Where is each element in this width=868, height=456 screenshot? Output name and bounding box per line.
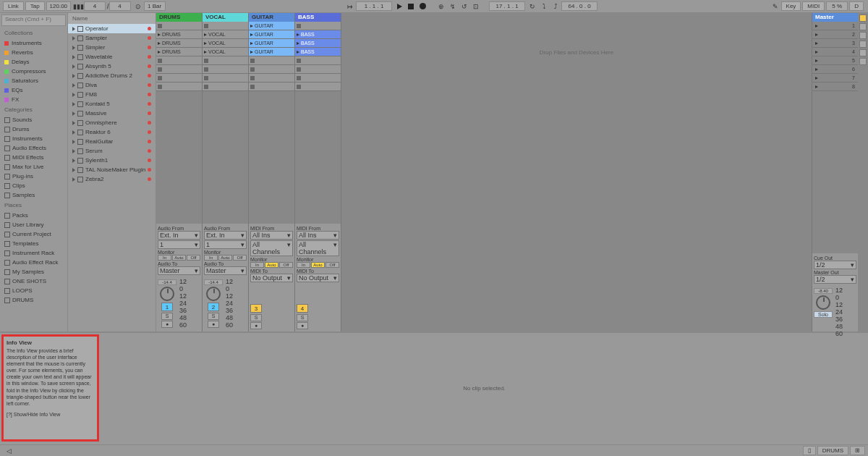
monitor-in[interactable]: In bbox=[297, 262, 310, 268]
midi-button[interactable]: MIDI bbox=[802, 1, 825, 11]
master-db[interactable]: -8.40 bbox=[814, 288, 833, 294]
monitor-in[interactable]: In bbox=[158, 255, 171, 261]
master-out-select[interactable]: 1/2▾ bbox=[814, 275, 856, 284]
disk-button[interactable]: D bbox=[849, 1, 864, 11]
device-toggle[interactable]: ⊞ bbox=[850, 446, 865, 455]
track-activator[interactable]: 3 bbox=[250, 304, 262, 313]
audio-from-select[interactable]: Ext. In▾ bbox=[204, 231, 247, 240]
clip-slot[interactable]: DRUMS bbox=[156, 30, 202, 39]
cue-out-select[interactable]: 1/2▾ bbox=[814, 261, 856, 269]
capture-icon[interactable]: ⊡ bbox=[471, 1, 481, 12]
track-activator[interactable]: 1 bbox=[161, 303, 173, 311]
track-activator[interactable]: 2 bbox=[208, 303, 219, 311]
device-item[interactable]: Wavetable bbox=[68, 52, 156, 62]
arm-button[interactable]: ● bbox=[208, 321, 219, 328]
category-item[interactable]: Max for Live bbox=[0, 162, 67, 172]
tap-button[interactable]: Tap bbox=[25, 1, 45, 11]
place-item[interactable]: Templates bbox=[0, 239, 67, 248]
device-item[interactable]: Diva bbox=[68, 80, 156, 90]
metronome-toggle-icon[interactable]: ⊙ bbox=[133, 1, 143, 12]
master-header[interactable]: Master bbox=[812, 13, 858, 22]
follow-icon[interactable]: ↦ bbox=[345, 1, 355, 12]
draw-icon[interactable]: ✎ bbox=[770, 1, 780, 12]
monitor-off[interactable]: Off bbox=[233, 255, 247, 261]
monitor-off[interactable]: Off bbox=[187, 255, 200, 261]
channel-select[interactable]: 1▾ bbox=[204, 240, 247, 249]
clip-slot[interactable] bbox=[203, 74, 248, 83]
db-value[interactable]: -14.4 bbox=[158, 279, 176, 285]
punch-out-icon[interactable]: ⤴ bbox=[550, 1, 561, 12]
scene-row[interactable]: 1 bbox=[812, 22, 858, 30]
clip-slot[interactable] bbox=[156, 65, 202, 74]
tempo-field[interactable]: 120.00 bbox=[46, 1, 71, 11]
device-item[interactable]: Addictive Drums 2 bbox=[68, 71, 156, 80]
midi-from-select[interactable]: All Ins▾ bbox=[250, 231, 293, 240]
returns-toggle[interactable] bbox=[859, 32, 867, 39]
clip-slot[interactable] bbox=[156, 56, 202, 65]
record-button[interactable] bbox=[417, 1, 427, 12]
clip-slot[interactable]: GUITAR bbox=[249, 22, 294, 30]
metronome-icon[interactable]: ▮▮▮ bbox=[73, 1, 83, 12]
monitor-in[interactable]: In bbox=[250, 262, 264, 268]
device-item[interactable]: Omnisphere bbox=[68, 118, 156, 127]
device-item[interactable]: RealGuitar bbox=[68, 137, 156, 146]
clip-slot[interactable]: DRUMS bbox=[156, 48, 202, 56]
arm-button[interactable]: ● bbox=[250, 322, 262, 329]
clip-slot[interactable] bbox=[249, 74, 294, 83]
clip-slot[interactable]: GUITAR bbox=[249, 30, 294, 39]
scene-row[interactable]: 3 bbox=[812, 39, 858, 48]
link-button[interactable]: Link bbox=[3, 1, 24, 11]
track-activator[interactable]: 4 bbox=[297, 304, 308, 313]
collection-item[interactable]: Delays bbox=[0, 57, 67, 67]
db-value[interactable]: -14.4 bbox=[204, 279, 223, 285]
clip-slot[interactable] bbox=[203, 56, 248, 65]
scene-row[interactable]: 4 bbox=[812, 48, 858, 56]
scene-row[interactable]: 5 bbox=[812, 56, 858, 65]
category-item[interactable]: Drums bbox=[0, 124, 67, 134]
device-item[interactable]: FM8 bbox=[68, 90, 156, 99]
arm-button[interactable]: ● bbox=[297, 322, 308, 329]
clip-slot[interactable]: VOCAL bbox=[203, 48, 248, 56]
place-item[interactable]: ONE SHOTS bbox=[0, 276, 67, 286]
collection-item[interactable]: Saturators bbox=[0, 76, 67, 85]
audio-to-select[interactable]: Master▾ bbox=[204, 266, 247, 275]
timesig-num[interactable]: 4 bbox=[84, 1, 106, 11]
clip-slot[interactable] bbox=[156, 22, 202, 30]
channel-select[interactable]: 1▾ bbox=[158, 240, 200, 249]
device-item[interactable]: Serum bbox=[68, 146, 156, 156]
midi-track-button[interactable]: ▯ bbox=[803, 446, 816, 455]
category-item[interactable]: Instruments bbox=[0, 134, 67, 143]
place-item[interactable]: User Library bbox=[0, 220, 67, 229]
search-input[interactable]: Search (Cmd + F) bbox=[1, 14, 66, 26]
status-triangle-icon[interactable]: ◁ bbox=[4, 446, 14, 456]
category-item[interactable]: Sounds bbox=[0, 115, 67, 124]
place-item[interactable]: Packs bbox=[0, 211, 67, 220]
category-item[interactable]: Samples bbox=[0, 190, 67, 200]
clip-slot[interactable]: BASS bbox=[295, 30, 341, 39]
clip-slot[interactable]: BASS bbox=[295, 48, 341, 56]
scene-row[interactable]: 8 bbox=[812, 83, 858, 91]
scene-row[interactable]: 7 bbox=[812, 74, 858, 83]
clip-slot[interactable]: BASS bbox=[295, 39, 341, 48]
monitor-auto[interactable]: Auto bbox=[265, 262, 278, 268]
solo-cue-button[interactable]: Solo bbox=[814, 311, 833, 318]
category-item[interactable]: MIDI Effects bbox=[0, 153, 67, 162]
midi-to-select[interactable]: No Output▾ bbox=[250, 274, 293, 282]
device-item[interactable]: Operator bbox=[68, 24, 156, 33]
status-drums[interactable]: DRUMS bbox=[817, 446, 848, 455]
device-item[interactable]: Reaktor 6 bbox=[68, 127, 156, 137]
device-item[interactable]: TAL NoiseMaker Plugin bbox=[68, 165, 156, 174]
monitor-off[interactable]: Off bbox=[326, 262, 339, 268]
clip-slot[interactable] bbox=[203, 65, 248, 74]
device-item[interactable]: Sylenth1 bbox=[68, 156, 156, 165]
track-header[interactable]: VOCAL bbox=[203, 13, 248, 22]
device-item[interactable]: Massive bbox=[68, 109, 156, 118]
key-button[interactable]: Key bbox=[781, 1, 801, 11]
clip-slot[interactable] bbox=[249, 56, 294, 65]
clip-slot[interactable] bbox=[295, 65, 341, 74]
arm-button[interactable]: ● bbox=[161, 321, 173, 328]
pan-knob[interactable] bbox=[206, 287, 221, 301]
channel-select[interactable]: All Channels▾ bbox=[297, 240, 339, 256]
clip-slot[interactable] bbox=[156, 83, 202, 91]
clip-slot[interactable] bbox=[295, 56, 341, 65]
